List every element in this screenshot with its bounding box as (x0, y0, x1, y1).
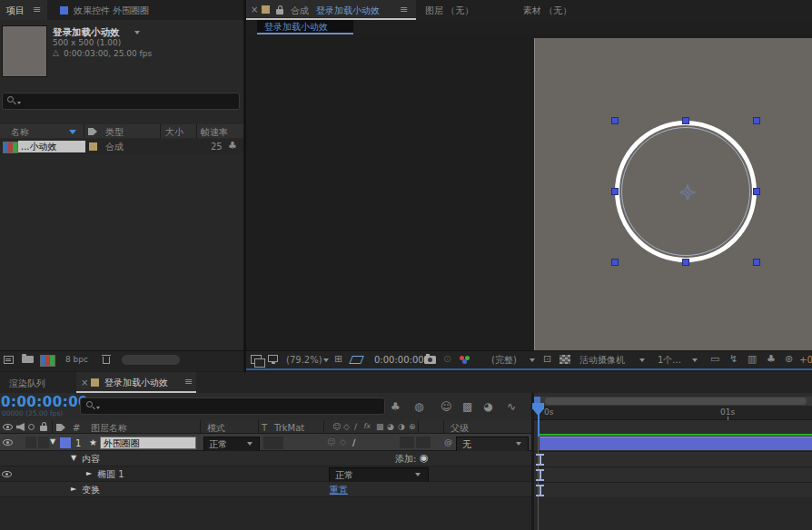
resolution-dropdown[interactable]: (完整) (491, 355, 517, 365)
always-preview-icon[interactable] (251, 355, 262, 364)
selection-handle[interactable] (611, 117, 619, 124)
viewer-panel-menu-icon[interactable]: ≡ (400, 5, 408, 15)
anchor-point-icon[interactable] (679, 184, 696, 201)
camera-caret-icon[interactable] (639, 358, 645, 362)
timeline-flowchart-icon[interactable]: ♣ (391, 401, 401, 413)
ellipse-mode-value[interactable]: 正常 (335, 470, 353, 480)
transparency-grid-icon[interactable] (559, 355, 570, 364)
layer-collapse-icon[interactable]: ◇ (340, 438, 346, 447)
snapshot-camera-icon[interactable] (424, 356, 436, 364)
view-count-dropdown[interactable]: 1个... (658, 355, 681, 365)
timeline-search-input[interactable] (80, 398, 385, 415)
col-name[interactable]: 名称 (11, 127, 29, 137)
comp-name-caret-icon[interactable] (134, 31, 140, 34)
tab-project-label[interactable]: 项目 (6, 5, 25, 15)
col-framerate[interactable]: 帧速率 (201, 127, 228, 137)
new-comp-icon[interactable] (40, 355, 55, 367)
transform-label[interactable]: 变换 (82, 485, 100, 495)
ellipse-row[interactable] (0, 466, 531, 482)
project-search-input[interactable] (2, 93, 240, 110)
selection-handle[interactable] (611, 188, 619, 195)
add-button-icon[interactable]: ◉ (420, 453, 429, 464)
layer-twirl-icon[interactable]: ▼ (50, 438, 55, 447)
timeline-search-caret-icon[interactable] (96, 407, 100, 409)
selection-handle[interactable] (611, 259, 619, 266)
show-snapshot-icon[interactable]: ⊙ (443, 354, 451, 365)
layer-switch-cell[interactable] (38, 437, 49, 448)
selection-handle[interactable] (682, 117, 689, 124)
transform-row[interactable] (0, 482, 531, 497)
draft-3d-icon[interactable]: ◍ (414, 401, 423, 413)
project-panel-menu-icon[interactable]: ≡ (33, 5, 41, 15)
safe-margins-icon[interactable]: ⊞ (334, 354, 342, 365)
col-mode[interactable]: 模式 (207, 423, 225, 433)
workarea-bar[interactable] (545, 398, 807, 405)
timeline-tab-close-icon[interactable]: × (81, 378, 88, 388)
selection-handle[interactable] (682, 259, 689, 266)
fast-preview-icon[interactable]: ↯ (729, 354, 738, 365)
transform-reset-link[interactable]: 重置 (330, 485, 348, 495)
parent-value[interactable]: 无 (462, 439, 471, 449)
ellipse-mode-caret-icon[interactable] (415, 473, 421, 476)
tab-footage[interactable]: 素材 （无） (523, 5, 571, 15)
view-count-caret-icon[interactable] (692, 358, 698, 362)
ellipse-twirl-icon[interactable]: ► (86, 470, 92, 478)
main-monitor-icon[interactable] (268, 355, 278, 362)
col-size[interactable]: 大小 (165, 127, 183, 137)
parent-caret-icon[interactable] (516, 442, 521, 446)
viewer-timecode[interactable]: 0:00:00:00 (374, 355, 424, 365)
lock-icon[interactable] (276, 9, 283, 15)
time-ruler[interactable] (534, 406, 812, 420)
layer-duration-bar[interactable] (540, 437, 812, 450)
tab-effect-controls[interactable]: 效果控件 外围圈圈 (74, 5, 149, 15)
layer-mode-value[interactable]: 正常 (209, 439, 227, 449)
timeline-panel-menu-icon[interactable]: ≡ (184, 377, 193, 388)
new-folder-icon[interactable] (22, 356, 34, 363)
exposure-value[interactable]: +0 (799, 355, 812, 365)
viewer-subtab-label[interactable]: 登录加载小动效 (264, 22, 328, 32)
bit-depth[interactable]: 8 bpc (65, 356, 88, 365)
search-options-caret-icon[interactable] (17, 102, 21, 104)
transform-twirl-icon[interactable]: ► (71, 486, 76, 494)
tab-layer[interactable]: 图层 （无） (425, 5, 473, 15)
tab-render-queue[interactable]: 渲染队列 (9, 378, 45, 388)
ellipse-label[interactable]: 椭圆 1 (97, 469, 124, 479)
region-of-interest-icon[interactable]: ⊡ (543, 354, 551, 365)
camera-dropdown[interactable]: 活动摄像机 (579, 355, 625, 365)
selection-handle[interactable] (753, 188, 760, 195)
timeline-timecode[interactable]: 0:00:00:00 (1, 395, 88, 410)
contents-label[interactable]: 内容 (82, 454, 100, 464)
graph-editor-icon[interactable]: ∿ (507, 401, 516, 413)
trash-icon[interactable] (103, 357, 110, 364)
pixel-aspect-icon[interactable]: ▭ (710, 354, 719, 365)
contents-row[interactable] (0, 451, 531, 466)
parent-pick-whip-icon[interactable]: @ (444, 438, 452, 447)
playhead-line[interactable] (538, 414, 540, 437)
layer-switch-cell[interactable] (25, 437, 36, 448)
trkmat-cell[interactable] (263, 437, 283, 449)
layer-mode-caret-icon[interactable] (247, 442, 253, 446)
row-name[interactable]: ...小动效 (21, 142, 57, 152)
tab-close-icon[interactable]: × (251, 5, 258, 15)
layer-eye-icon[interactable] (3, 439, 13, 446)
tab-timeline-comp-label[interactable]: 登录加载小动效 (104, 378, 168, 388)
hide-shy-layers-icon[interactable]: ☺ (441, 401, 452, 413)
selection-handle[interactable] (753, 117, 760, 124)
col-layer-name[interactable]: 图层名称 (91, 423, 127, 433)
layer-name[interactable]: 外围圈圈 (104, 438, 140, 448)
timeline-button-icon[interactable]: ▥ (748, 354, 757, 365)
layer-switch-cell[interactable] (400, 437, 414, 448)
sort-caret-icon[interactable] (69, 130, 76, 134)
reset-exposure-icon[interactable]: ⊛ (785, 354, 793, 365)
row-label-chip[interactable] (89, 142, 97, 151)
tab-comp-name[interactable]: 登录加载小动效 (316, 5, 380, 15)
contents-twirl-icon[interactable]: ▼ (71, 455, 76, 463)
frame-blending-icon[interactable]: ▩ (462, 401, 472, 413)
channel-colors-icon[interactable] (459, 356, 473, 365)
layer-shy-icon[interactable]: ☺ (327, 438, 335, 447)
col-trkmat[interactable]: TrkMat (274, 423, 304, 433)
zoom-caret-icon[interactable] (323, 358, 329, 362)
row-flowchart-icon[interactable]: ♣ (228, 141, 237, 152)
layer-label-chip[interactable] (60, 437, 71, 448)
col-type[interactable]: 类型 (105, 127, 124, 137)
